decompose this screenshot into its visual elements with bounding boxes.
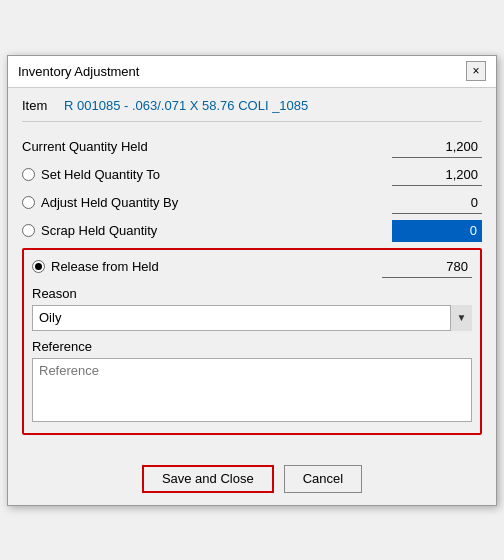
item-value: R 001085 - .063/.071 X 58.76 COLI _1085 xyxy=(64,98,308,113)
title-bar: Inventory Adjustment × xyxy=(8,56,496,88)
current-quantity-label: Current Quantity Held xyxy=(22,139,148,154)
close-button[interactable]: × xyxy=(466,61,486,81)
release-from-held-label[interactable]: Release from Held xyxy=(32,259,159,274)
fields-section: Current Quantity Held Set Held Quantity … xyxy=(22,136,482,242)
dialog-body: Item R 001085 - .063/.071 X 58.76 COLI _… xyxy=(8,88,496,455)
release-from-held-radio[interactable] xyxy=(32,260,45,273)
set-held-input[interactable] xyxy=(392,164,482,186)
dialog-inventory-adjustment: Inventory Adjustment × Item R 001085 - .… xyxy=(7,55,497,506)
current-quantity-input[interactable] xyxy=(392,136,482,158)
cancel-button[interactable]: Cancel xyxy=(284,465,362,493)
adjust-held-row: Adjust Held Quantity By xyxy=(22,192,482,214)
button-row: Save and Close Cancel xyxy=(8,455,496,505)
scrap-held-label[interactable]: Scrap Held Quantity xyxy=(22,223,157,238)
adjust-held-input[interactable] xyxy=(392,192,482,214)
release-from-held-row: Release from Held xyxy=(32,256,472,278)
set-held-label[interactable]: Set Held Quantity To xyxy=(22,167,160,182)
current-quantity-row: Current Quantity Held xyxy=(22,136,482,158)
adjust-held-label[interactable]: Adjust Held Quantity By xyxy=(22,195,178,210)
reference-section: Reference xyxy=(32,339,472,425)
reason-section: Reason Oily Damaged Expired Other ▼ xyxy=(32,286,472,331)
scrap-held-radio[interactable] xyxy=(22,224,35,237)
set-held-row: Set Held Quantity To xyxy=(22,164,482,186)
highlighted-section: Release from Held Reason Oily Damaged Ex… xyxy=(22,248,482,435)
dialog-title: Inventory Adjustment xyxy=(18,64,139,79)
set-held-radio[interactable] xyxy=(22,168,35,181)
save-and-close-button[interactable]: Save and Close xyxy=(142,465,274,493)
reference-textarea[interactable] xyxy=(32,358,472,422)
reason-label: Reason xyxy=(32,286,472,301)
adjust-held-radio[interactable] xyxy=(22,196,35,209)
scrap-held-row: Scrap Held Quantity xyxy=(22,220,482,242)
reference-label: Reference xyxy=(32,339,472,354)
reason-select[interactable]: Oily Damaged Expired Other xyxy=(32,305,472,331)
item-label: Item xyxy=(22,98,52,113)
reason-select-wrapper: Oily Damaged Expired Other ▼ xyxy=(32,305,472,331)
scrap-held-input[interactable] xyxy=(392,220,482,242)
item-row: Item R 001085 - .063/.071 X 58.76 COLI _… xyxy=(22,98,482,122)
release-from-held-input[interactable] xyxy=(382,256,472,278)
